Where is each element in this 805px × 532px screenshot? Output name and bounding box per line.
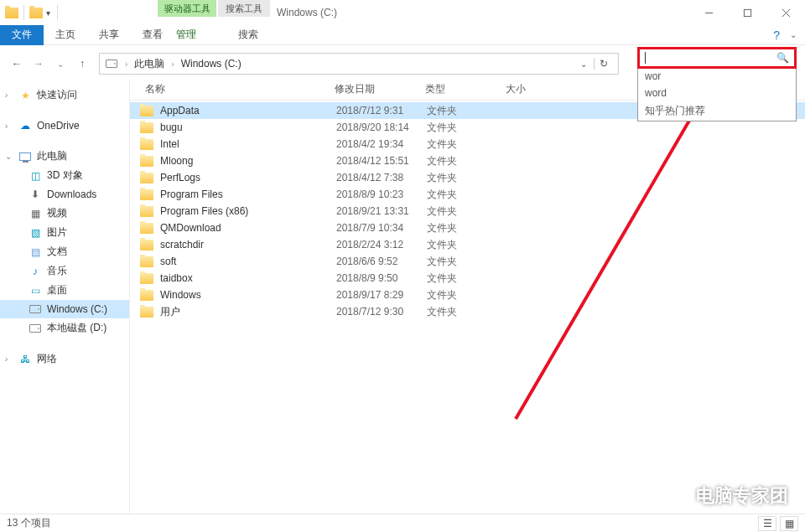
chevron-right-icon[interactable]: › xyxy=(125,59,127,69)
table-row[interactable]: soft2018/6/6 9:52文件夹 xyxy=(130,253,805,270)
recent-dropdown[interactable]: ⌄ xyxy=(50,54,70,74)
file-name: bugu xyxy=(160,121,336,133)
table-row[interactable]: Mloong2018/4/12 15:51文件夹 xyxy=(130,152,805,169)
search-tools-context-tab: 搜索工具 xyxy=(218,0,270,17)
file-type: 文件夹 xyxy=(427,288,507,302)
sidebar-item-network[interactable]: › 🖧 网络 xyxy=(0,349,129,369)
folder-icon xyxy=(140,189,153,200)
file-tab[interactable]: 文件 xyxy=(0,25,44,45)
qat-dropdown[interactable]: ▾ xyxy=(44,7,52,19)
chevron-right-icon[interactable]: › xyxy=(5,90,13,100)
file-date: 2018/6/6 9:52 xyxy=(336,256,427,267)
tab-manage[interactable]: 管理 xyxy=(164,24,208,45)
folder-icon xyxy=(140,173,153,183)
sidebar-item-pictures[interactable]: ▧ 图片 xyxy=(0,223,129,242)
sidebar-item-thispc[interactable]: ⌄ 此电脑 xyxy=(0,147,129,166)
status-bar: 13 个项目 ☰ ▦ xyxy=(0,514,805,532)
sidebar-item-documents[interactable]: ▤ 文档 xyxy=(0,242,129,261)
ribbon-expand-icon[interactable]: ⌄ xyxy=(790,30,797,39)
file-date: 2018/9/17 8:29 xyxy=(336,289,427,301)
refresh-button[interactable]: ↻ xyxy=(594,58,613,70)
sidebar-label: Downloads xyxy=(47,189,96,200)
drive-icon xyxy=(29,302,42,316)
file-date: 2018/8/9 9:50 xyxy=(336,272,427,284)
document-icon: ▤ xyxy=(29,245,42,259)
video-icon: ▦ xyxy=(29,207,42,220)
file-date: 2018/4/12 15:51 xyxy=(336,155,427,167)
minimize-button[interactable] xyxy=(689,0,728,25)
file-type: 文件夹 xyxy=(427,204,507,219)
tab-share[interactable]: 共享 xyxy=(87,24,131,45)
sidebar-item-downloads[interactable]: ⬇ Downloads xyxy=(0,185,129,204)
table-row[interactable]: taidbox2018/8/9 9:50文件夹 xyxy=(130,270,805,287)
column-header-date[interactable]: 修改日期 xyxy=(330,82,420,96)
suggestion-item[interactable]: word xyxy=(638,85,796,101)
watermark: 电脑专家团 xyxy=(659,483,788,509)
table-row[interactable]: Program Files2018/8/9 10:23文件夹 xyxy=(130,186,805,203)
sidebar-item-music[interactable]: ♪ 音乐 xyxy=(0,261,129,281)
breadcrumb-thispc[interactable]: 此电脑 xyxy=(134,57,164,71)
tab-search[interactable]: 搜索 xyxy=(226,24,270,45)
forward-button[interactable]: → xyxy=(29,54,49,74)
chevron-down-icon[interactable]: ⌄ xyxy=(5,152,13,161)
sidebar-item-drive-d[interactable]: 本地磁盘 (D:) xyxy=(0,318,129,338)
file-type: 文件夹 xyxy=(427,221,507,235)
file-name: Program Files xyxy=(160,189,336,200)
table-row[interactable]: PerfLogs2018/4/12 7:38文件夹 xyxy=(130,169,805,186)
address-bar[interactable]: › 此电脑 › Windows (C:) ⌄ ↻ xyxy=(99,53,619,75)
chevron-right-icon[interactable]: › xyxy=(171,59,174,69)
table-row[interactable]: Windows2018/9/17 8:29文件夹 xyxy=(130,287,805,303)
table-row[interactable]: 用户2018/7/12 9:30文件夹 xyxy=(130,303,805,320)
tab-home[interactable]: 主页 xyxy=(44,24,87,45)
file-date: 2018/7/9 10:34 xyxy=(336,222,427,234)
folder-icon xyxy=(140,240,153,251)
file-name: Program Files (x86) xyxy=(160,205,336,217)
file-name: Windows xyxy=(160,289,336,301)
column-header-size[interactable]: 大小 xyxy=(501,82,568,96)
address-dropdown[interactable]: ⌄ xyxy=(577,59,590,69)
folder-icon xyxy=(140,156,153,167)
network-icon: 🖧 xyxy=(18,353,32,366)
file-name: scratchdir xyxy=(160,239,336,251)
file-type: 文件夹 xyxy=(427,238,507,252)
view-icons-button[interactable]: ▦ xyxy=(780,516,798,531)
folder-icon xyxy=(140,307,153,318)
file-name: Mloong xyxy=(160,155,336,167)
sidebar-item-quick-access[interactable]: › ★ 快速访问 xyxy=(0,85,129,105)
column-header-name[interactable]: 名称 xyxy=(140,82,330,96)
file-name: taidbox xyxy=(160,272,336,284)
close-button[interactable] xyxy=(766,0,805,25)
file-type: 文件夹 xyxy=(427,104,507,118)
sidebar-item-drive-c[interactable]: Windows (C:) xyxy=(0,300,129,318)
star-icon: ★ xyxy=(18,89,32,102)
back-button[interactable]: ← xyxy=(7,54,27,74)
table-row[interactable]: scratchdir2018/2/24 3:12文件夹 xyxy=(130,236,805,253)
breadcrumb-current[interactable]: Windows (C:) xyxy=(181,58,242,70)
folder-icon xyxy=(140,290,153,301)
sidebar-item-desktop[interactable]: ▭ 桌面 xyxy=(0,281,129,300)
sidebar-item-onedrive[interactable]: › ☁ OneDrive xyxy=(0,116,129,135)
music-icon: ♪ xyxy=(29,265,42,278)
sidebar-item-videos[interactable]: ▦ 视频 xyxy=(0,204,129,223)
column-header-type[interactable]: 类型 xyxy=(420,82,501,96)
sidebar-label: 桌面 xyxy=(47,283,67,297)
suggestion-item[interactable]: wor xyxy=(638,68,796,85)
sidebar-item-3d[interactable]: ◫ 3D 对象 xyxy=(0,166,129,185)
table-row[interactable]: QMDownload2018/7/9 10:34文件夹 xyxy=(130,220,805,236)
titlebar: ▾ 驱动器工具 搜索工具 Windows (C:) xyxy=(0,0,805,25)
table-row[interactable]: Intel2018/4/2 19:34文件夹 xyxy=(130,136,805,152)
search-input[interactable] xyxy=(646,52,776,64)
chevron-right-icon[interactable]: › xyxy=(5,121,13,131)
table-row[interactable]: Program Files (x86)2018/9/21 13:31文件夹 xyxy=(130,203,805,220)
search-icon[interactable]: 🔍 xyxy=(776,52,789,64)
file-type: 文件夹 xyxy=(427,154,507,168)
table-row[interactable]: bugu2018/9/20 18:14文件夹 xyxy=(130,119,805,136)
up-button[interactable]: ↑ xyxy=(72,54,92,74)
suggestion-item[interactable]: 知乎热门推荐 xyxy=(638,101,796,121)
navigation-pane: › ★ 快速访问 › ☁ OneDrive ⌄ 此电脑 ◫ 3D 对象 xyxy=(0,79,130,532)
search-input-container[interactable]: 🔍 xyxy=(637,47,797,69)
view-details-button[interactable]: ☰ xyxy=(758,516,776,531)
maximize-button[interactable] xyxy=(728,0,766,25)
help-icon[interactable]: ? xyxy=(773,28,780,42)
chevron-right-icon[interactable]: › xyxy=(5,354,13,364)
